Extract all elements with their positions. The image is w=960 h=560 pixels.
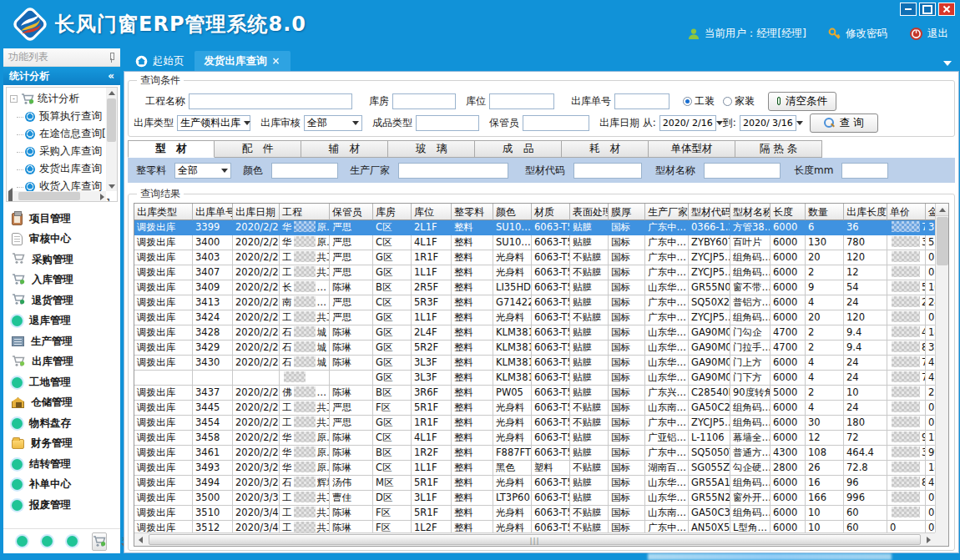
product-type-input[interactable] — [416, 115, 479, 131]
tab-shipping-outbound-query[interactable]: 发货出库查询 × — [195, 51, 291, 71]
change-password-link[interactable]: 修改密码 — [828, 27, 887, 41]
dot-icon[interactable] — [67, 536, 78, 547]
material-tab-2[interactable]: 配 件 — [215, 140, 301, 158]
length-input[interactable] — [841, 163, 888, 179]
pin-icon[interactable] — [108, 53, 115, 63]
column-header[interactable]: 表面处理 — [570, 204, 609, 220]
collapse-icon[interactable]: « — [108, 70, 114, 82]
sidebar-item-项目管理[interactable]: 项目管理 — [12, 209, 120, 230]
column-header[interactable]: 金额 — [926, 204, 935, 220]
radio-work[interactable]: 工装 — [683, 94, 715, 108]
table-row[interactable]: 调拨出库34282020/2/26石城陈琳G区2L4F整料KLM38176063… — [134, 325, 935, 341]
sidebar-item-审核中心[interactable]: 审核中心 — [12, 230, 120, 250]
tab-home[interactable]: 起始页 — [125, 51, 195, 71]
tree-horizontal-scrollbar[interactable] — [7, 191, 106, 201]
profile-name-input[interactable] — [704, 163, 781, 179]
location-input[interactable] — [489, 93, 554, 109]
tree-item[interactable]: 发货出库查询 — [10, 160, 117, 178]
tree-root-statistics[interactable]: - 统计分析 — [10, 90, 117, 108]
sidebar-item-补单中心[interactable]: 补单中心 — [12, 475, 120, 496]
profile-code-input[interactable] — [573, 163, 642, 179]
column-header[interactable]: 材质 — [532, 204, 570, 220]
date-from-picker[interactable]: 2020/ 2/16 — [659, 115, 716, 131]
column-header[interactable]: 膜厚 — [609, 204, 645, 220]
sidebar-item-生产管理[interactable]: 生产管理 — [12, 331, 120, 352]
vertical-scrollbar[interactable] — [935, 204, 948, 532]
table-row[interactable]: 调拨出库34072020/2/25工共工程严思G区1L1F整料光身料6063-T… — [134, 265, 935, 280]
column-header[interactable]: 保管员 — [330, 204, 373, 220]
sidebar-item-物料盘存[interactable]: 物料盘存 — [12, 413, 120, 434]
column-header[interactable]: 颜色 — [493, 204, 532, 220]
column-header[interactable]: 单价 — [887, 204, 926, 220]
tab-close-icon[interactable]: × — [272, 55, 280, 67]
column-header[interactable]: 出库长度 — [844, 204, 887, 220]
color-input[interactable] — [271, 163, 338, 179]
sidebar-item-报废管理[interactable]: 报废管理 — [12, 495, 120, 516]
sidebar-item-退库管理[interactable]: 退库管理 — [12, 311, 120, 332]
table-row[interactable]: G区3L3F整料KLM38176063-T5贴膜国标山东华…GA90M09.门下… — [134, 371, 935, 386]
tree-vertical-scrollbar[interactable] — [106, 88, 117, 191]
sidebar-item-结转管理[interactable]: 结转管理 — [12, 454, 120, 475]
table-row[interactable]: 调拨出库34542020/2/28工共工程严思G区1R1F整料光身料6063-T… — [134, 416, 935, 431]
column-header[interactable]: 数量 — [806, 204, 844, 220]
audit-select[interactable]: 全部 — [304, 115, 362, 131]
table-row[interactable]: 调拨出库34002020/2/25华原…严思C区4L1F整料SU10…6063-… — [134, 235, 935, 250]
tree-item[interactable]: 预算执行查询 — [10, 108, 117, 125]
close-button[interactable] — [938, 3, 955, 16]
material-tab-8[interactable]: 隔 热 条 — [735, 140, 822, 158]
horizontal-scrollbar[interactable]: ||| — [134, 532, 935, 546]
cart-overflow-button[interactable] — [92, 532, 107, 551]
column-header[interactable]: 型材名称 — [730, 204, 771, 220]
sidebar-item-财务管理[interactable]: 财务管理 — [12, 434, 120, 455]
whole-part-select[interactable]: 全部 — [174, 163, 231, 179]
material-tab-4[interactable]: 玻 璃 — [388, 140, 475, 158]
table-row[interactable]: 调拨出库34242020/2/26工共工程严思G区1L1F整料光身料6063-T… — [134, 310, 935, 325]
tree-item[interactable]: 采购入库查询 — [10, 143, 117, 160]
date-to-picker[interactable]: 2020/ 3/16 — [740, 115, 796, 131]
material-tab-7[interactable]: 单体型材 — [649, 140, 735, 158]
table-row[interactable]: 调拨出库35122020/3/4工共工程陈琳F区1L2F整料光身料6063-T5… — [134, 521, 935, 532]
tree-item[interactable]: 在途信息查询[待 — [10, 125, 117, 143]
search-button[interactable]: 查 询 — [810, 114, 878, 133]
table-row[interactable]: 调拨出库34132020/2/26南…严思C区5R3F整料G714226063-… — [134, 295, 935, 310]
column-header[interactable]: 出库日期 — [233, 204, 280, 220]
sidebar-item-出库管理[interactable]: 出库管理 — [12, 352, 120, 373]
table-row[interactable]: 调拨出库34032020/2/25工共工程严思G区1R1F整料光身料6063-T… — [134, 250, 935, 265]
out-type-select[interactable]: 生产领料出库 — [177, 115, 250, 131]
column-header[interactable]: 库房 — [373, 204, 412, 220]
sidebar-item-采购管理[interactable]: 采购管理 — [12, 250, 120, 270]
table-row[interactable]: 调拨出库34372020/2/27佛…陈琳B区3R6F整料PW056063-T5… — [134, 386, 935, 401]
material-tab-3[interactable]: 辅 材 — [301, 140, 388, 158]
dot-icon[interactable] — [17, 536, 28, 547]
table-row[interactable]: 调拨出库34932020/3/2华原…陈琳C区1L1F整料黑色塑料不贴膜国标湖南… — [134, 461, 935, 476]
column-header[interactable]: 型材代码 — [689, 204, 730, 220]
table-row[interactable]: 调拨出库34942020/3/2石辉城汤伟M区5R1F整料光身料6063-T5贴… — [134, 476, 935, 491]
sidebar-item-退货管理[interactable]: 退货管理 — [12, 290, 120, 311]
material-tab-6[interactable]: 耗 材 — [562, 140, 649, 158]
column-header[interactable]: 库位 — [412, 204, 452, 220]
manufacturer-input[interactable] — [398, 163, 508, 179]
column-header[interactable]: 工程 — [280, 204, 330, 220]
table-row[interactable]: 调拨出库34292020/2/26石城陈琳G区5R2F整料KLM38176063… — [134, 341, 935, 356]
sidebar-item-工地管理[interactable]: 工地管理 — [12, 372, 120, 393]
table-row[interactable]: 调拨出库35002020/3/3工共工程曹佳D区3L1F整料LT3P606063… — [134, 491, 935, 506]
warehouse-input[interactable] — [392, 93, 456, 109]
table-row[interactable]: 调拨出库34302020/2/26石城陈琳G区3L3F整料KLM38176063… — [134, 356, 935, 371]
column-header[interactable]: 出库类型 — [134, 204, 193, 220]
material-tab-1[interactable]: 型 材 — [128, 140, 215, 158]
table-row[interactable]: 调拨出库34092020/2/25长…陈琳B区2R5F整料LI35HD6063-… — [134, 280, 935, 295]
table-row[interactable]: 调拨出库33992020/2/25华原…严思C区2L1F整料SU10…6063-… — [134, 220, 935, 235]
logout-button[interactable]: 退出 — [909, 27, 948, 41]
tree-expander-icon[interactable]: - — [10, 95, 18, 103]
column-header[interactable]: 出库单号 — [193, 204, 233, 220]
keeper-input[interactable] — [523, 115, 589, 131]
column-header[interactable]: 长度 — [771, 204, 806, 220]
table-row[interactable]: 调拨出库34612020/2/28华原…陈琳B区1R2F整料F887FT6063… — [134, 446, 935, 461]
sidebar-item-仓储管理[interactable]: 仓储管理 — [12, 393, 120, 414]
material-tab-5[interactable]: 成 品 — [475, 140, 562, 158]
table-row[interactable]: 调拨出库34582020/2/28华原…陈琳C区4L1F整料光身料6063-T5… — [134, 431, 935, 446]
sidebar-group-header[interactable]: 统计分析 « — [3, 67, 120, 85]
minimize-button[interactable] — [900, 3, 917, 16]
table-row[interactable]: 调拨出库35102020/3/4工共工程陈琳F区5R1F整料光身料6063-T5… — [134, 506, 935, 521]
project-name-input[interactable] — [189, 93, 352, 109]
